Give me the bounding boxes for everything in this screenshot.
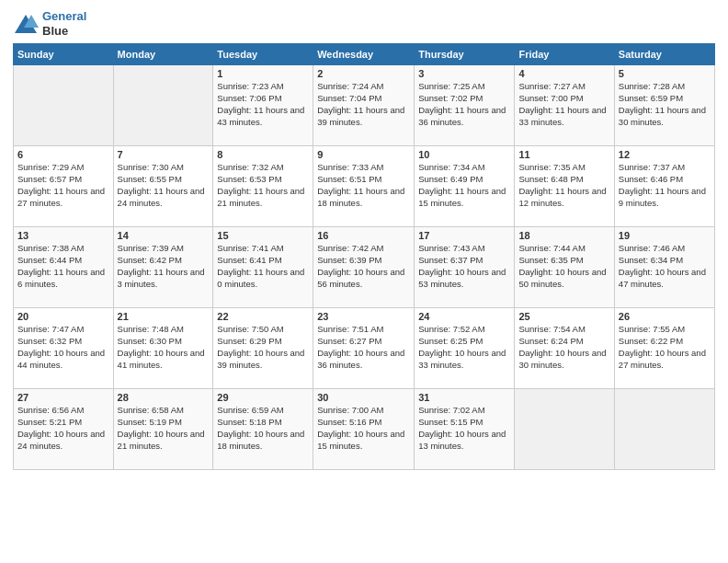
calendar-cell: 3Sunrise: 7:25 AMSunset: 7:02 PMDaylight… — [415, 65, 515, 146]
logo: General Blue — [13, 9, 86, 38]
calendar-cell: 15Sunrise: 7:41 AMSunset: 6:41 PMDayligh… — [213, 227, 313, 308]
calendar-cell — [14, 65, 114, 146]
day-info: Sunrise: 7:41 AMSunset: 6:41 PMDaylight:… — [217, 243, 309, 290]
day-number: 12 — [619, 149, 711, 160]
calendar-cell: 9Sunrise: 7:33 AMSunset: 6:51 PMDaylight… — [313, 146, 415, 227]
weekday-header-row: SundayMondayTuesdayWednesdayThursdayFrid… — [14, 44, 715, 65]
day-number: 30 — [317, 392, 410, 403]
day-number: 4 — [518, 68, 609, 79]
calendar-cell: 29Sunrise: 6:59 AMSunset: 5:18 PMDayligh… — [213, 389, 313, 470]
day-info: Sunrise: 7:55 AMSunset: 6:22 PMDaylight:… — [619, 324, 711, 371]
day-number: 3 — [418, 68, 510, 79]
day-number: 22 — [217, 311, 309, 322]
day-info: Sunrise: 7:25 AMSunset: 7:02 PMDaylight:… — [418, 81, 510, 128]
day-info: Sunrise: 7:24 AMSunset: 7:04 PMDaylight:… — [317, 81, 410, 128]
day-info: Sunrise: 7:29 AMSunset: 6:57 PMDaylight:… — [17, 162, 109, 209]
day-number: 26 — [619, 311, 711, 322]
day-info: Sunrise: 7:44 AMSunset: 6:35 PMDaylight:… — [518, 243, 609, 290]
calendar-cell: 24Sunrise: 7:52 AMSunset: 6:25 PMDayligh… — [415, 308, 515, 389]
weekday-header-friday: Friday — [515, 44, 614, 65]
day-number: 13 — [17, 230, 109, 241]
day-info: Sunrise: 7:38 AMSunset: 6:44 PMDaylight:… — [17, 243, 109, 290]
calendar-cell: 6Sunrise: 7:29 AMSunset: 6:57 PMDaylight… — [14, 146, 114, 227]
day-info: Sunrise: 7:02 AMSunset: 5:15 PMDaylight:… — [418, 405, 510, 452]
calendar-cell — [113, 65, 213, 146]
day-info: Sunrise: 7:32 AMSunset: 6:53 PMDaylight:… — [217, 162, 309, 209]
calendar-cell: 23Sunrise: 7:51 AMSunset: 6:27 PMDayligh… — [313, 308, 415, 389]
day-number: 1 — [217, 68, 309, 79]
day-number: 31 — [418, 392, 510, 403]
day-info: Sunrise: 7:50 AMSunset: 6:29 PMDaylight:… — [217, 324, 309, 371]
weekday-header-monday: Monday — [113, 44, 213, 65]
day-number: 11 — [518, 149, 609, 160]
page-header: General Blue — [13, 9, 715, 38]
weekday-header-tuesday: Tuesday — [213, 44, 313, 65]
day-info: Sunrise: 7:33 AMSunset: 6:51 PMDaylight:… — [317, 162, 410, 209]
day-number: 28 — [118, 392, 210, 403]
day-number: 9 — [317, 149, 410, 160]
day-number: 15 — [217, 230, 309, 241]
calendar-week-5: 27Sunrise: 6:56 AMSunset: 5:21 PMDayligh… — [14, 389, 715, 470]
calendar-cell: 21Sunrise: 7:48 AMSunset: 6:30 PMDayligh… — [113, 308, 213, 389]
weekday-header-wednesday: Wednesday — [313, 44, 415, 65]
calendar-cell: 31Sunrise: 7:02 AMSunset: 5:15 PMDayligh… — [415, 389, 515, 470]
day-number: 16 — [317, 230, 410, 241]
day-number: 14 — [118, 230, 210, 241]
calendar-cell: 1Sunrise: 7:23 AMSunset: 7:06 PMDaylight… — [213, 65, 313, 146]
day-info: Sunrise: 6:58 AMSunset: 5:19 PMDaylight:… — [118, 405, 210, 452]
logo-icon — [13, 13, 39, 35]
day-info: Sunrise: 7:42 AMSunset: 6:39 PMDaylight:… — [317, 243, 410, 290]
calendar-cell: 16Sunrise: 7:42 AMSunset: 6:39 PMDayligh… — [313, 227, 415, 308]
day-number: 10 — [418, 149, 510, 160]
day-info: Sunrise: 7:35 AMSunset: 6:48 PMDaylight:… — [518, 162, 609, 209]
calendar-week-3: 13Sunrise: 7:38 AMSunset: 6:44 PMDayligh… — [14, 227, 715, 308]
calendar-cell: 18Sunrise: 7:44 AMSunset: 6:35 PMDayligh… — [515, 227, 614, 308]
day-info: Sunrise: 7:34 AMSunset: 6:49 PMDaylight:… — [418, 162, 510, 209]
calendar-table: SundayMondayTuesdayWednesdayThursdayFrid… — [13, 43, 715, 470]
day-number: 27 — [17, 392, 109, 403]
day-info: Sunrise: 7:43 AMSunset: 6:37 PMDaylight:… — [418, 243, 510, 290]
day-number: 29 — [217, 392, 309, 403]
day-number: 7 — [118, 149, 210, 160]
calendar-cell: 19Sunrise: 7:46 AMSunset: 6:34 PMDayligh… — [614, 227, 714, 308]
calendar-cell: 2Sunrise: 7:24 AMSunset: 7:04 PMDaylight… — [313, 65, 415, 146]
logo-text: General Blue — [42, 9, 86, 38]
calendar-cell: 30Sunrise: 7:00 AMSunset: 5:16 PMDayligh… — [313, 389, 415, 470]
day-info: Sunrise: 6:56 AMSunset: 5:21 PMDaylight:… — [17, 405, 109, 452]
day-number: 25 — [518, 311, 609, 322]
day-info: Sunrise: 7:00 AMSunset: 5:16 PMDaylight:… — [317, 405, 410, 452]
calendar-week-4: 20Sunrise: 7:47 AMSunset: 6:32 PMDayligh… — [14, 308, 715, 389]
weekday-header-thursday: Thursday — [415, 44, 515, 65]
day-info: Sunrise: 7:23 AMSunset: 7:06 PMDaylight:… — [217, 81, 309, 128]
calendar-cell: 25Sunrise: 7:54 AMSunset: 6:24 PMDayligh… — [515, 308, 614, 389]
calendar-cell: 27Sunrise: 6:56 AMSunset: 5:21 PMDayligh… — [14, 389, 114, 470]
calendar-cell: 26Sunrise: 7:55 AMSunset: 6:22 PMDayligh… — [614, 308, 714, 389]
calendar-cell: 13Sunrise: 7:38 AMSunset: 6:44 PMDayligh… — [14, 227, 114, 308]
calendar-cell: 4Sunrise: 7:27 AMSunset: 7:00 PMDaylight… — [515, 65, 614, 146]
day-number: 6 — [17, 149, 109, 160]
day-info: Sunrise: 7:51 AMSunset: 6:27 PMDaylight:… — [317, 324, 410, 371]
day-number: 17 — [418, 230, 510, 241]
calendar-cell: 28Sunrise: 6:58 AMSunset: 5:19 PMDayligh… — [113, 389, 213, 470]
calendar-week-1: 1Sunrise: 7:23 AMSunset: 7:06 PMDaylight… — [14, 65, 715, 146]
day-number: 2 — [317, 68, 410, 79]
weekday-header-sunday: Sunday — [14, 44, 114, 65]
day-info: Sunrise: 7:37 AMSunset: 6:46 PMDaylight:… — [619, 162, 711, 209]
day-info: Sunrise: 7:48 AMSunset: 6:30 PMDaylight:… — [118, 324, 210, 371]
day-number: 23 — [317, 311, 410, 322]
day-info: Sunrise: 6:59 AMSunset: 5:18 PMDaylight:… — [217, 405, 309, 452]
calendar-cell: 11Sunrise: 7:35 AMSunset: 6:48 PMDayligh… — [515, 146, 614, 227]
calendar-cell: 7Sunrise: 7:30 AMSunset: 6:55 PMDaylight… — [113, 146, 213, 227]
day-number: 21 — [118, 311, 210, 322]
day-info: Sunrise: 7:46 AMSunset: 6:34 PMDaylight:… — [619, 243, 711, 290]
calendar-cell: 20Sunrise: 7:47 AMSunset: 6:32 PMDayligh… — [14, 308, 114, 389]
day-number: 5 — [619, 68, 711, 79]
calendar-cell: 14Sunrise: 7:39 AMSunset: 6:42 PMDayligh… — [113, 227, 213, 308]
day-info: Sunrise: 7:54 AMSunset: 6:24 PMDaylight:… — [518, 324, 609, 371]
calendar-cell: 10Sunrise: 7:34 AMSunset: 6:49 PMDayligh… — [415, 146, 515, 227]
day-info: Sunrise: 7:47 AMSunset: 6:32 PMDaylight:… — [17, 324, 109, 371]
day-info: Sunrise: 7:30 AMSunset: 6:55 PMDaylight:… — [118, 162, 210, 209]
day-number: 20 — [17, 311, 109, 322]
weekday-header-saturday: Saturday — [614, 44, 714, 65]
day-info: Sunrise: 7:27 AMSunset: 7:00 PMDaylight:… — [518, 81, 609, 128]
